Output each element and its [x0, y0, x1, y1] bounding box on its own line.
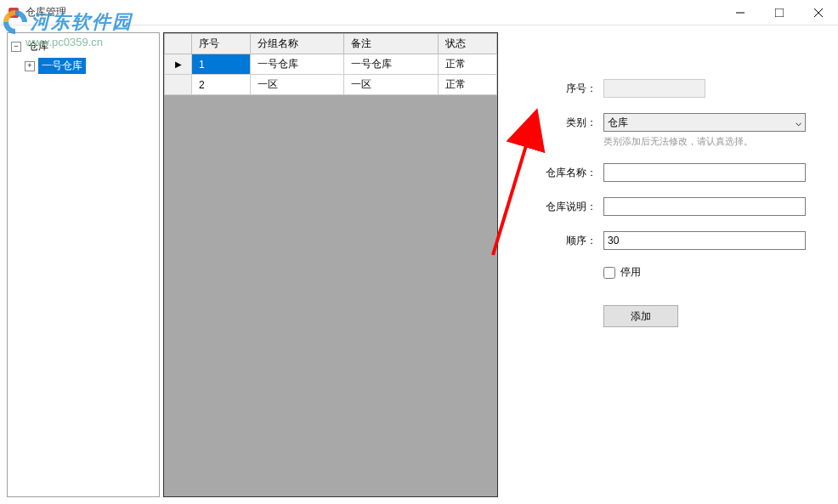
tree-child-node[interactable]: + 一号仓库 [25, 56, 156, 76]
table-cell[interactable]: 1 [192, 54, 251, 75]
table-cell[interactable]: 2 [192, 75, 251, 95]
tree-child-label: 一号仓库 [38, 58, 86, 74]
category-select[interactable]: 仓库 ⌵ [603, 113, 806, 132]
data-table: 序号 分组名称 备注 状态 ▶ 1 一号仓库 一号仓库 正常 2 一区 [164, 33, 497, 95]
disabled-checkbox-label[interactable]: 停用 [603, 265, 806, 280]
order-label: 顺序： [544, 231, 603, 248]
table-cell[interactable]: 正常 [438, 54, 496, 75]
chevron-down-icon: ⌵ [796, 116, 801, 128]
table-panel: 序号 分组名称 备注 状态 ▶ 1 一号仓库 一号仓库 正常 2 一区 [163, 32, 498, 497]
svg-rect-2 [775, 8, 784, 17]
minimize-button[interactable] [721, 0, 760, 25]
name-label: 仓库名称： [544, 163, 603, 180]
window-title: 仓库管理 [25, 5, 721, 20]
disabled-checkbox[interactable] [603, 267, 615, 279]
table-header-remark[interactable]: 备注 [344, 34, 438, 54]
close-button[interactable] [799, 0, 838, 25]
name-input[interactable] [603, 163, 806, 182]
table-cell[interactable]: 一区 [344, 75, 438, 95]
tree-root-label: 仓库 [25, 38, 52, 54]
tree-collapse-icon[interactable]: − [11, 42, 21, 52]
category-hint: 类别添加后无法修改，请认真选择。 [603, 135, 806, 148]
table-header-serial[interactable]: 序号 [192, 34, 251, 54]
app-icon [7, 6, 20, 20]
order-input[interactable] [603, 231, 806, 250]
svg-rect-0 [8, 8, 19, 18]
disabled-label: 停用 [620, 265, 641, 280]
table-cell[interactable]: 正常 [438, 75, 496, 95]
row-indicator [165, 75, 192, 95]
serial-label: 序号： [544, 79, 603, 96]
desc-label: 仓库说明： [544, 197, 603, 214]
table-row[interactable]: ▶ 1 一号仓库 一号仓库 正常 [165, 54, 497, 75]
table-header-name[interactable]: 分组名称 [251, 34, 344, 54]
desc-input[interactable] [603, 197, 806, 216]
table-cell[interactable]: 一号仓库 [344, 54, 438, 75]
form-panel: 序号： 类别： 仓库 ⌵ 类别添加后无法修改，请认真选择。 仓库名称： 仓库说明… [501, 32, 831, 497]
serial-input [603, 79, 705, 98]
category-label: 类别： [544, 113, 603, 130]
tree-expand-icon[interactable]: + [25, 61, 35, 71]
table-header-status[interactable]: 状态 [438, 34, 496, 54]
add-button[interactable]: 添加 [603, 305, 678, 327]
row-indicator: ▶ [165, 54, 192, 75]
table-cell[interactable]: 一区 [251, 75, 344, 95]
titlebar: 仓库管理 [0, 0, 838, 25]
maximize-button[interactable] [760, 0, 799, 25]
tree-root-node[interactable]: − 仓库 [11, 37, 156, 56]
category-value: 仓库 [608, 116, 628, 130]
tree-panel: − 仓库 + 一号仓库 [7, 32, 160, 497]
table-corner [165, 34, 192, 54]
table-row[interactable]: 2 一区 一区 正常 [165, 75, 497, 95]
table-cell[interactable]: 一号仓库 [251, 54, 344, 75]
